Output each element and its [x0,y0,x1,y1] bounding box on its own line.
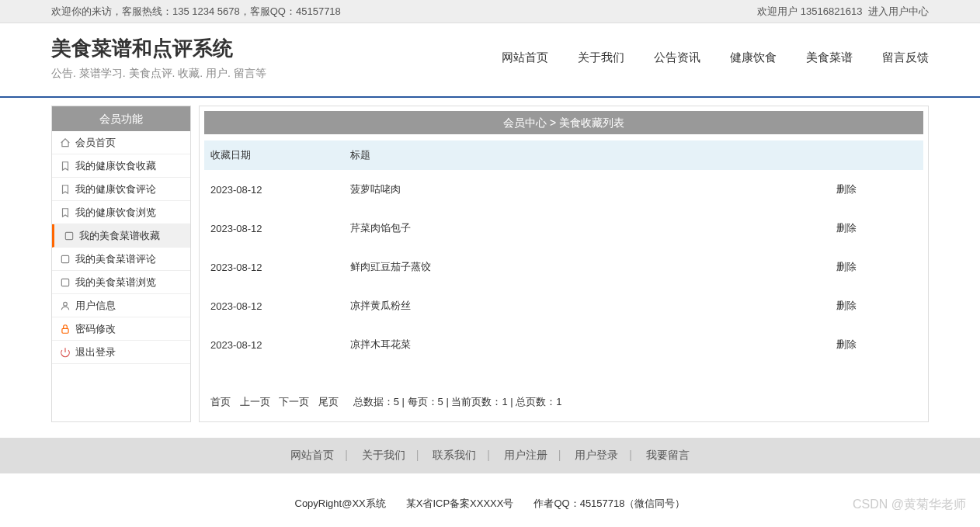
sidebar-item-label: 我的美食菜谱评论 [75,248,156,271]
col-action-header [830,140,923,170]
table-row: 2023-08-12凉拌黄瓜粉丝删除 [204,286,923,325]
topbar-left-text: 欢迎你的来访，客服热线：135 1234 5678，客服QQ：45157718 [51,0,341,23]
nav-recipe[interactable]: 美食菜谱 [806,50,853,65]
col-title-header: 标题 [344,140,830,170]
cell-action: 删除 [830,209,923,248]
footer-nav: 网站首页| 关于我们| 联系我们| 用户注册| 用户登录| 我要留言 [0,438,980,473]
power-icon [60,347,71,358]
pager-info: 总数据：5 | 每页：5 | 当前页数：1 | 总页数：1 [353,396,562,407]
cell-title: 凉拌黄瓜粉丝 [344,286,830,325]
copyright: CopyRight@XX系统 某X省ICP备案XXXXX号 作者QQ：45157… [0,473,980,527]
cell-action: 删除 [830,325,923,364]
nav-feedback[interactable]: 留言反馈 [882,50,929,65]
cell-date: 2023-08-12 [204,248,344,286]
square-icon [64,231,75,241]
pagination: 首页 上一页 下一页 尾页 总数据：5 | 每页：5 | 当前页数：1 | 总页… [204,387,923,417]
svg-point-3 [64,302,68,306]
sidebar-item-label: 密码修改 [75,317,116,341]
footer-about[interactable]: 关于我们 [362,449,405,461]
cell-date: 2023-08-12 [204,170,344,209]
site-brand: 美食菜谱和点评系统 公告. 菜谱学习. 美食点评. 收藏. 用户. 留言等 [51,35,266,81]
site-title: 美食菜谱和点评系统 [51,35,266,62]
delete-link[interactable]: 删除 [836,300,857,311]
table-row: 2023-08-12鲜肉豇豆茄子蒸饺删除 [204,248,923,286]
header-divider [0,96,980,98]
sidebar-item-label: 用户信息 [75,294,116,317]
sidebar-item-label: 我的美食菜谱浏览 [75,271,156,294]
table-row: 2023-08-12凉拌木耳花菜删除 [204,325,923,364]
sidebar-item-label: 我的健康饮食评论 [75,178,156,201]
cell-date: 2023-08-12 [204,286,344,325]
nav-health[interactable]: 健康饮食 [730,50,777,65]
bookmark-icon [60,161,71,172]
nav-home[interactable]: 网站首页 [502,50,548,65]
delete-link[interactable]: 删除 [836,222,857,234]
footer-login[interactable]: 用户登录 [575,449,618,461]
sidebar-item-4[interactable]: 我的美食菜谱收藏 [52,224,190,248]
sidebar-item-1[interactable]: 我的健康饮食收藏 [52,154,190,178]
delete-link[interactable]: 删除 [836,338,857,350]
sidebar-item-8[interactable]: 密码修改 [52,317,190,341]
cell-title: 鲜肉豇豆茄子蒸饺 [344,248,830,286]
cell-action: 删除 [830,248,923,286]
header: 美食菜谱和点评系统 公告. 菜谱学习. 美食点评. 收藏. 用户. 留言等 网站… [51,23,929,96]
pager-first[interactable]: 首页 [210,396,231,407]
breadcrumb: 会员中心 > 美食收藏列表 [204,111,923,134]
sidebar-item-9[interactable]: 退出登录 [52,341,190,364]
pager-prev[interactable]: 上一页 [240,396,270,407]
sidebar-item-label: 我的健康饮食浏览 [75,201,156,224]
cell-action: 删除 [830,170,923,209]
sidebar-title: 会员功能 [52,106,190,131]
bookmark-icon [60,207,71,218]
topbar-right: 欢迎用户 13516821613 进入用户中心 [757,0,929,23]
cell-date: 2023-08-12 [204,209,344,248]
bookmark-icon [60,184,71,195]
table-row: 2023-08-12芹菜肉馅包子删除 [204,209,923,248]
sidebar-item-2[interactable]: 我的健康饮食评论 [52,178,190,201]
svg-rect-1 [61,255,68,262]
sidebar-item-label: 我的美食菜谱收藏 [79,224,160,248]
main-nav: 网站首页 关于我们 公告资讯 健康饮食 美食菜谱 留言反馈 [502,50,929,65]
cell-title: 菠萝咕咾肉 [344,170,830,209]
nav-news[interactable]: 公告资讯 [654,50,700,65]
svg-rect-0 [65,232,72,239]
sidebar-item-3[interactable]: 我的健康饮食浏览 [52,201,190,224]
cell-title: 凉拌木耳花菜 [344,325,830,364]
home-icon [60,137,71,148]
svg-rect-2 [61,279,68,286]
lock-icon [60,324,71,335]
cell-title: 芹菜肉馅包子 [344,209,830,248]
footer-register[interactable]: 用户注册 [504,449,547,461]
pager-last[interactable]: 尾页 [318,396,339,407]
sidebar-item-7[interactable]: 用户信息 [52,294,190,317]
table-row: 2023-08-12菠萝咕咾肉删除 [204,170,923,209]
sidebar-item-0[interactable]: 会员首页 [52,131,190,154]
welcome-user-text: 欢迎用户 13516821613 [757,5,862,17]
enter-user-center-link[interactable]: 进入用户中心 [868,5,929,17]
col-date-header: 收藏日期 [204,140,344,170]
square-icon [60,254,71,265]
footer-home[interactable]: 网站首页 [290,449,334,461]
main-content: 会员中心 > 美食收藏列表 收藏日期 标题 2023-08-12菠萝咕咾肉删除2… [199,106,929,422]
nav-about[interactable]: 关于我们 [578,50,624,65]
square-icon [60,277,71,288]
svg-rect-4 [62,328,68,333]
pager-next[interactable]: 下一页 [279,396,309,407]
topbar: 欢迎你的来访，客服热线：135 1234 5678，客服QQ：45157718 … [0,0,980,23]
user-icon [60,300,71,311]
delete-link[interactable]: 删除 [836,261,857,272]
sidebar-item-label: 我的健康饮食收藏 [75,154,156,178]
site-subtitle: 公告. 菜谱学习. 美食点评. 收藏. 用户. 留言等 [51,67,266,81]
sidebar-item-5[interactable]: 我的美食菜谱评论 [52,248,190,271]
footer-message[interactable]: 我要留言 [646,449,690,461]
sidebar-item-label: 退出登录 [75,341,116,364]
cell-date: 2023-08-12 [204,325,344,364]
delete-link[interactable]: 删除 [836,183,857,195]
sidebar: 会员功能 会员首页我的健康饮食收藏我的健康饮食评论我的健康饮食浏览我的美食菜谱收… [51,106,191,422]
footer-contact[interactable]: 联系我们 [433,449,476,461]
sidebar-item-6[interactable]: 我的美食菜谱浏览 [52,271,190,294]
cell-action: 删除 [830,286,923,325]
favorites-table: 收藏日期 标题 2023-08-12菠萝咕咾肉删除2023-08-12芹菜肉馅包… [204,140,923,364]
sidebar-item-label: 会员首页 [75,131,116,154]
